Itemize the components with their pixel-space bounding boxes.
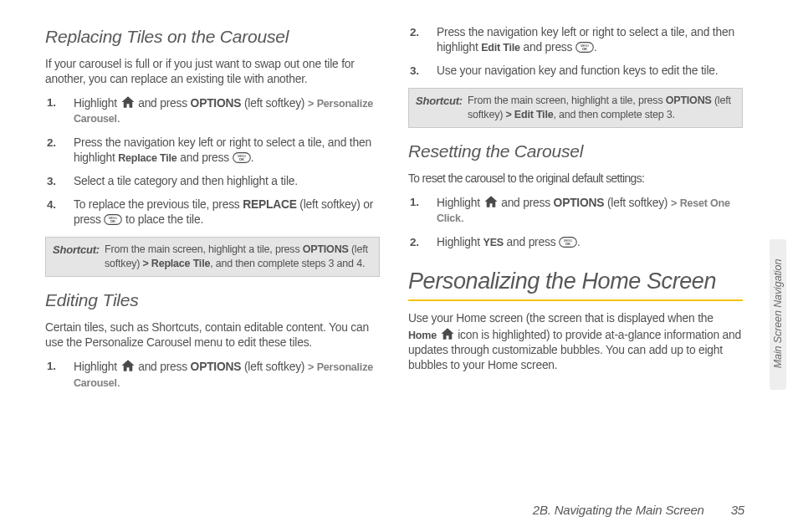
menu-ok-icon [559,236,577,248]
step-number: 4. [47,197,56,212]
text: and press [504,236,559,248]
shortcut-body: From the main screen, highlight a tile, … [416,94,735,122]
edit-tile-label: Edit Tile [481,42,520,54]
home-icon [120,359,136,372]
text: (left softkey) [241,361,308,373]
gt: > [308,98,314,110]
text: Select a tile category and then highligh… [74,175,298,187]
shortcut-box: Shortcut: From the main screen, highligh… [45,237,380,278]
page-content: Replacing Tiles on the Carousel If your … [45,25,748,399]
options-label: OPTIONS [191,97,242,110]
replace-tile-label: Replace Tile [118,152,176,164]
para-replacing-intro: If your carousel is full or if you just … [45,57,380,87]
text: (left softkey) [604,197,671,209]
step-number: 2. [410,235,419,250]
page-footer: 2B. Navigating the Main Screen 35 [533,503,744,517]
options-label: OPTIONS [666,95,712,106]
step-number: 2. [410,25,419,40]
text: Highlight [74,361,120,373]
menu-ok-icon [233,151,251,164]
text: . [461,212,464,224]
options-label: OPTIONS [303,243,349,255]
list-item: 2. Press the navigation key left or righ… [427,25,743,55]
text: and press [136,97,191,110]
heading-personalizing-home: Personalizing the Home Screen [408,267,743,297]
text: Highlight [437,197,483,209]
text: , and then complete step 3. [553,109,674,120]
side-tab-label: Main Screen Navigation [772,245,784,382]
text: and press [499,197,554,209]
step-number: 2. [47,136,56,151]
text: . [594,41,597,54]
home-label: Home [408,330,437,341]
heading-underline [408,299,743,301]
text: (left softkey) [241,97,308,110]
text: From the main screen, highlight a tile, … [468,95,666,106]
step-number: 1. [47,95,56,110]
text: Use your Home screen (the screen that is… [408,312,714,325]
heading-replacing-tiles: Replacing Tiles on the Carousel [45,25,380,49]
text: To replace the previous tile, press [74,198,243,211]
edit-tile-label: Edit Tile [514,109,554,120]
text: icon is highlighted) to provide at-a-gla… [408,329,741,371]
step-number: 3. [47,174,56,189]
list-item: 1. Highlight and press OPTIONS (left sof… [64,359,380,390]
shortcut-body: From the main screen, highlight a tile, … [53,243,372,271]
step-number: 1. [47,359,56,374]
replace-tile-label: Replace Tile [151,258,210,269]
text: and press [136,361,191,373]
step-number: 1. [410,195,419,210]
text: . [117,112,120,125]
right-column: 2. Press the navigation key left or righ… [408,25,743,399]
text: and press [177,151,233,164]
options-label: OPTIONS [554,197,605,209]
list-item: 1. Highlight and press OPTIONS (left sof… [427,195,743,226]
footer-section: 2B. Navigating the Main Screen [533,503,704,517]
text: . [577,236,581,248]
para-editing-intro: Certain tiles, such as Shortcuts, contai… [45,320,380,350]
heading-resetting-carousel: Resetting the Carousel [408,140,743,163]
shortcut-box: Shortcut: From the main screen, highligh… [408,88,743,129]
list-editing-steps-cont: 2. Press the navigation key left or righ… [408,25,743,79]
text: . [251,151,254,164]
left-column: Replacing Tiles on the Carousel If your … [45,25,380,399]
text: , and then complete steps 3 and 4. [210,258,365,269]
menu-ok-icon [575,41,594,54]
list-editing-steps: 1. Highlight and press OPTIONS (left sof… [45,359,380,390]
options-label: OPTIONS [191,361,242,373]
text: Highlight [74,97,120,110]
para-personal: Use your Home screen (the screen that is… [408,311,743,373]
heading-editing-tiles: Editing Tiles [45,289,380,312]
side-tab: Main Screen Navigation [770,239,786,390]
text: Highlight [437,236,483,248]
text: and press [520,41,575,54]
menu-ok-icon [104,213,122,226]
para-reset-intro: To reset the carousel to the original de… [408,171,743,187]
home-icon [483,195,499,208]
list-item: 2. Press the navigation key left or righ… [64,136,380,166]
list-item: 3. Use your navigation key and function … [427,64,743,79]
text: to place the tile. [122,213,203,226]
page-number: 35 [731,503,744,517]
shortcut-label: Shortcut: [53,243,100,256]
text: From the main screen, highlight a tile, … [105,243,303,255]
gt: > [671,197,677,209]
text: Use your navigation key and function key… [437,64,718,77]
text: . [117,376,120,389]
yes-label: YES [483,237,504,248]
list-replacing-steps: 1. Highlight and press OPTIONS (left sof… [45,95,380,228]
gt: > [142,258,148,269]
replace-label: REPLACE [243,198,297,211]
list-item: 2. Highlight YES and press . [427,235,743,250]
list-item: 4. To replace the previous tile, press R… [64,197,380,228]
list-reset-steps: 1. Highlight and press OPTIONS (left sof… [408,195,743,250]
shortcut-label: Shortcut: [416,95,463,107]
gt: > [505,109,511,120]
list-item: 3. Select a tile category and then highl… [64,174,380,189]
step-number: 3. [410,64,419,79]
gt: > [308,361,314,373]
home-icon [120,95,136,109]
home-icon [440,327,455,340]
list-item: 1. Highlight and press OPTIONS (left sof… [64,95,380,126]
